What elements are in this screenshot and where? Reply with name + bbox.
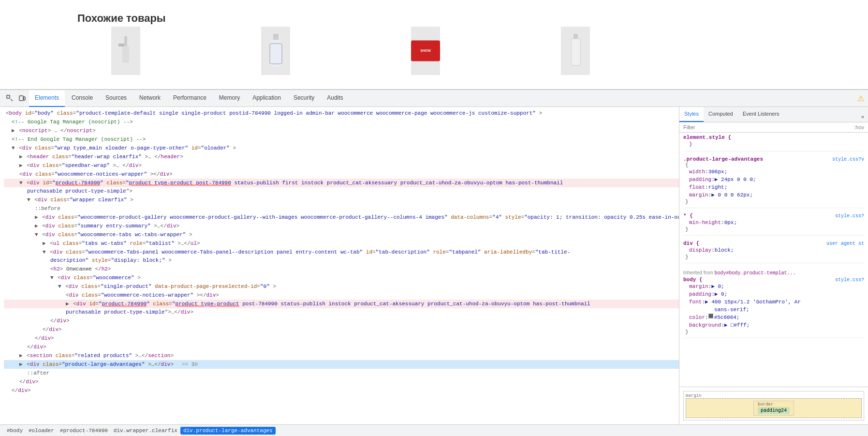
css-prop-display: display: block;	[683, 246, 864, 254]
tab-memory[interactable]: Memory	[213, 90, 246, 107]
browser-viewport: Описание ◀ Похожие товары SHOW	[0, 0, 868, 90]
dom-line-ul-tabs[interactable]: <ul class="tabs wc-tabs" role="tablist" …	[4, 239, 679, 248]
css-selector-line-3: * { style.css?	[683, 213, 864, 219]
page-preview: Похожие товары SHOW	[0, 0, 868, 90]
dom-line-body[interactable]: <body id="body" class="product-template-…	[4, 109, 679, 118]
dom-line-notices[interactable]: <div class="woocommerce-notices-wrapper"…	[4, 170, 679, 179]
styles-filter-bar: :hov	[679, 122, 868, 133]
dom-line-after[interactable]: ::after	[4, 369, 679, 377]
box-model-border-label: border	[758, 402, 790, 407]
css-source-3: style.css?	[835, 213, 864, 219]
breadcrumb-wrapper[interactable]: div.wrapper.clearfix	[111, 427, 180, 435]
styles-tab-computed[interactable]: Computed	[704, 107, 738, 122]
css-selector-line: element.style {	[683, 135, 864, 140]
dom-line-notices-2[interactable]: <div class="woocommerce-notices-wrapper"…	[4, 291, 679, 300]
dom-line-single-product[interactable]: <div class="single-product" data-product…	[4, 282, 679, 291]
dom-line-summary[interactable]: <div class="summary entry-summary" >…</d…	[4, 222, 679, 230]
box-model-diagram: margin border padding24	[683, 391, 864, 421]
styles-panel: Styles Computed Event Listeners » :hov e…	[679, 107, 868, 424]
dom-line-gallery[interactable]: <div class="woocommerce-product-gallery …	[4, 213, 679, 222]
css-selector-4: div {	[683, 241, 699, 246]
dom-line-speedbar[interactable]: <div class="speedbar-wrap" >… </div>	[4, 161, 679, 170]
box-model-padding-label: padding24	[761, 408, 787, 413]
tab-sources[interactable]: Sources	[100, 90, 132, 107]
box-model-padding: padding24	[758, 407, 790, 414]
tab-application[interactable]: Application	[247, 90, 287, 107]
dom-line-wrapper[interactable]: <div class="wrapper clearfix" >	[4, 195, 679, 204]
css-source-5: style.css?	[835, 277, 864, 283]
dom-line-product-large[interactable]: <div class="product-large-advantages" >……	[4, 360, 679, 369]
css-prop-width: width: 306px;	[683, 168, 864, 176]
dom-line-h2[interactable]: <h2> Описание </h2>	[4, 265, 679, 273]
css-prop-body-font: font: ▶ 400 15px/1.2 'GothamPro', Ar	[683, 298, 864, 306]
svg-rect-3	[273, 34, 279, 40]
dom-line-before[interactable]: ::before	[4, 204, 679, 213]
inspect-element-button[interactable]	[4, 92, 15, 104]
breadcrumb-body[interactable]: #body	[4, 427, 26, 435]
css-selector-5: body {	[683, 277, 703, 283]
css-rule-element-style: element.style { }	[683, 135, 864, 151]
dom-line-close-div-4: </div>	[4, 343, 679, 351]
devtools-main: <body id="body" class="product-template-…	[0, 107, 868, 424]
styles-more-button[interactable]: »	[857, 111, 868, 122]
styles-tab-styles[interactable]: Styles	[679, 107, 704, 122]
device-toolbar-button[interactable]	[16, 92, 28, 104]
dom-line-close-outer: </div>	[4, 377, 679, 386]
box-model-margin-label: margin	[686, 393, 701, 398]
svg-rect-9	[7, 95, 10, 98]
css-rule-star: * { style.css? min-height: 0px; }	[683, 213, 864, 236]
styles-filter-input[interactable]	[683, 124, 854, 130]
css-selector-line-5: body { style.css?	[683, 277, 864, 283]
css-source-2: style.css?v	[832, 157, 864, 162]
dom-line-related[interactable]: <section class="related products" >…</se…	[4, 351, 679, 360]
breadcrumb-product[interactable]: #product-784990	[57, 427, 111, 435]
css-prop-body-padding: padding: ▶ 0;	[683, 290, 864, 298]
tab-network[interactable]: Network	[133, 90, 166, 107]
dom-line-tabs[interactable]: <div class="woocommerce-tabs wc-tabs-wra…	[4, 230, 679, 239]
css-prop-margin: margin: ▶ 0 0 0 62px;	[683, 191, 864, 199]
breadcrumb-oloader[interactable]: #oloader	[26, 427, 57, 435]
dom-line-noscript[interactable]: <noscript> … </noscript>	[4, 126, 679, 135]
css-prop-min-height: min-height: 0px;	[683, 219, 864, 226]
dom-line-tab-panel[interactable]: <div class="woocommerce-Tabs-panel wooco…	[4, 248, 679, 256]
dom-line-close-div-2: </div>	[4, 325, 679, 334]
css-selector-3: * {	[683, 213, 693, 219]
tab-performance[interactable]: Performance	[167, 90, 212, 107]
product-image-3: SHOW	[411, 27, 440, 75]
dom-line-close-div-3: </div>	[4, 334, 679, 343]
css-prop-float: float: right;	[683, 183, 864, 191]
css-prop-body-bg: background: ▶ □#fff;	[683, 321, 864, 329]
dom-line-product-main[interactable]: <div id="product-784990" class="product …	[4, 179, 679, 187]
tab-elements[interactable]: Elements	[29, 90, 65, 107]
css-source-4: user agent st	[826, 241, 864, 246]
dom-line-product-inner[interactable]: <div id="product-784990" class="product …	[4, 300, 679, 308]
box-model-section: margin border padding24	[679, 387, 868, 424]
svg-rect-0	[124, 36, 127, 46]
dom-line-div-oloader[interactable]: <div class="wrap type_main xloader o-pag…	[4, 144, 679, 152]
styles-tabs-bar: Styles Computed Event Listeners »	[679, 107, 868, 122]
svg-rect-2	[118, 44, 124, 46]
svg-rect-7	[574, 34, 578, 39]
devtools-panel: Elements Console Sources Network Perform…	[0, 90, 868, 436]
breadcrumb-product-large[interactable]: div.product-large-advantages	[180, 427, 276, 435]
svg-line-10	[11, 99, 13, 101]
styles-tab-event-listeners[interactable]: Event Listeners	[738, 107, 784, 122]
devtools-toolbar: Elements Console Sources Network Perform…	[0, 90, 868, 107]
dom-line-header[interactable]: <header class="header-wrap clearfix" >… …	[4, 152, 679, 161]
tab-audits[interactable]: Audits	[321, 90, 349, 107]
svg-rect-12	[24, 97, 25, 100]
dom-tree: <body id="body" class="product-template-…	[0, 107, 679, 397]
css-prop-body-color: color: #5c6064;	[683, 314, 864, 321]
dom-line-tab-panel-cont: description" style="display: block;" >	[4, 256, 679, 265]
dom-line-woo[interactable]: <div class="woocommerce" >	[4, 273, 679, 282]
tab-console[interactable]: Console	[66, 90, 99, 107]
box-model-border: border padding24	[753, 401, 794, 416]
css-brace-close: }	[689, 140, 692, 148]
dom-line-gtm-comment[interactable]: <!-- Google Tag Manager (noscript) -->	[4, 118, 679, 126]
svg-rect-11	[19, 96, 23, 101]
css-prop-body-font-cont: sans-serif;	[683, 306, 864, 314]
css-selector-2: .product-large-advantages	[683, 156, 763, 162]
tab-security[interactable]: Security	[288, 90, 320, 107]
dom-line-gtm-end-comment[interactable]: <!-- End Google Tag Manager (noscript) -…	[4, 135, 679, 144]
dom-panel[interactable]: <body id="body" class="product-template-…	[0, 107, 679, 424]
